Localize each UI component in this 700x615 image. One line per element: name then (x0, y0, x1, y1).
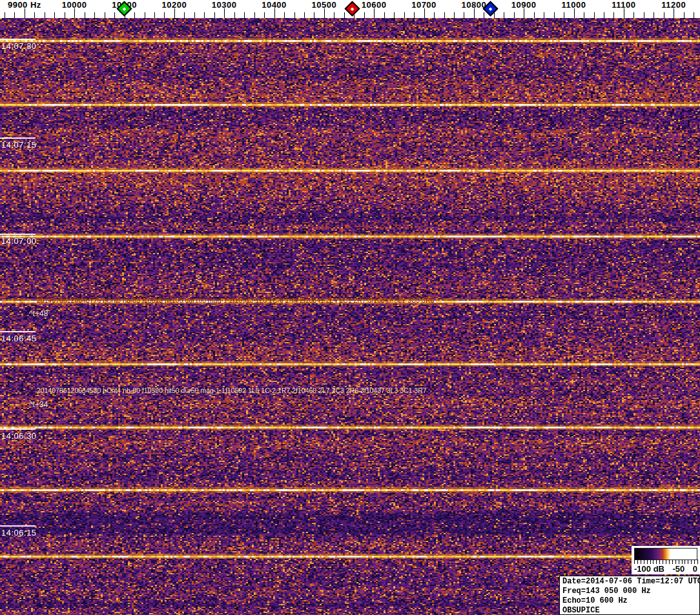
frequency-tick (624, 8, 624, 18)
frequency-tick (274, 8, 275, 18)
frequency-tick (494, 12, 495, 18)
frequency-tick (294, 12, 295, 18)
frequency-tick (444, 12, 445, 18)
frequency-tick (514, 12, 515, 18)
frequency-tick (434, 12, 435, 18)
frequency-tick (174, 8, 175, 18)
frequency-tick (304, 12, 305, 18)
frequency-marker-diamond-red[interactable] (345, 1, 360, 16)
frequency-tick (25, 8, 25, 18)
frequency-tick (314, 12, 314, 18)
frequency-tick (594, 12, 595, 18)
frequency-tick (404, 12, 405, 18)
frequency-tick-label: 10500 (312, 0, 337, 10)
frequency-tick-label: 10700 (411, 0, 437, 10)
frequency-tick (154, 12, 155, 18)
frequency-tick (334, 12, 335, 18)
frequency-tick-label: 10200 (162, 0, 187, 10)
frequency-tick (474, 8, 475, 18)
frequency-tick-label: 11000 (562, 0, 586, 10)
frequency-tick (65, 12, 65, 18)
frequency-tick-label: 11100 (612, 0, 635, 10)
frequency-tick (85, 12, 85, 18)
frequency-tick (374, 8, 375, 18)
frequency-tick (424, 8, 425, 18)
frequency-tick (264, 12, 265, 18)
frequency-tick (284, 12, 285, 18)
frequency-tick (524, 8, 524, 18)
frequency-tick-label: 10400 (262, 0, 287, 10)
frequency-tick (554, 12, 555, 18)
frequency-tick (14, 12, 15, 18)
frequency-tick (114, 12, 115, 18)
frequency-tick (544, 12, 544, 18)
frequency-tick (224, 8, 225, 18)
marker-center-dot (123, 7, 127, 11)
frequency-tick (244, 12, 245, 18)
frequency-tick (184, 12, 185, 18)
frequency-tick (414, 12, 415, 18)
frequency-tick (464, 12, 464, 18)
frequency-tick (45, 12, 45, 18)
marker-center-dot (351, 7, 355, 11)
frequency-tick (613, 12, 614, 18)
frequency-ruler: 9900 Hz100001010010200103001040010500106… (0, 0, 700, 18)
frequency-tick (34, 12, 35, 18)
frequency-tick (654, 12, 654, 18)
frequency-tick (74, 8, 75, 18)
frequency-tick (684, 12, 685, 18)
frequency-tick (344, 12, 345, 18)
frequency-tick (324, 8, 325, 18)
frequency-tick (504, 12, 504, 18)
frequency-tick (54, 12, 55, 18)
frequency-tick (564, 12, 564, 18)
frequency-tick-label: 9900 Hz (8, 0, 41, 10)
frequency-tick (694, 12, 694, 18)
frequency-tick (254, 12, 255, 18)
frequency-tick (454, 12, 455, 18)
frequency-tick (484, 12, 484, 18)
frequency-tick (204, 12, 205, 18)
frequency-tick (105, 12, 105, 18)
frequency-tick (394, 12, 395, 18)
frequency-tick (584, 12, 584, 18)
frequency-tick (234, 12, 235, 18)
radio-meteor-spectrogram-window: 9900 Hz100001010010200103001040010500106… (0, 0, 700, 615)
spectrogram-canvas (0, 18, 700, 615)
frequency-tick-label: 10000 (62, 0, 87, 10)
frequency-tick (214, 12, 215, 18)
frequency-tick (644, 12, 644, 18)
frequency-tick-label: 10600 (362, 0, 387, 10)
frequency-tick (574, 8, 575, 18)
frequency-tick (633, 12, 634, 18)
frequency-tick (674, 8, 674, 18)
frequency-tick-label: 10300 (212, 0, 237, 10)
frequency-tick (94, 12, 95, 18)
frequency-tick (364, 12, 365, 18)
frequency-tick-label: 10900 (511, 0, 537, 10)
frequency-tick (534, 12, 535, 18)
frequency-tick (384, 12, 385, 18)
marker-center-dot (489, 7, 493, 11)
frequency-tick (5, 12, 5, 18)
frequency-tick-label: 11200 (661, 0, 686, 10)
frequency-tick (604, 12, 604, 18)
frequency-tick (134, 12, 135, 18)
frequency-tick (145, 12, 145, 18)
frequency-tick (164, 12, 165, 18)
frequency-tick (664, 12, 664, 18)
frequency-tick (194, 12, 195, 18)
